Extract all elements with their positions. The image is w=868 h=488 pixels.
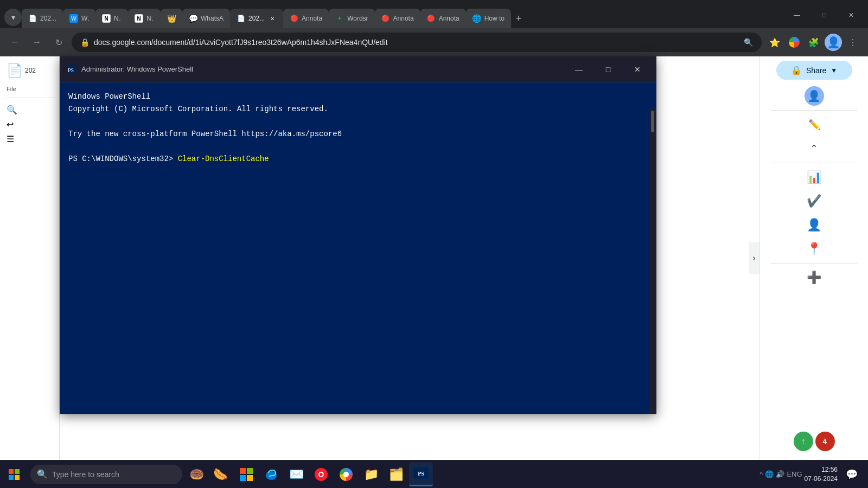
contacts-icon[interactable]: 👤 (805, 215, 824, 235)
add-addon-button[interactable]: ➕ (805, 268, 824, 287)
tab-docs[interactable]: 📄 202... (22, 9, 63, 28)
file-menu[interactable]: File (4, 85, 55, 93)
tab-wordstream-title: Wordsr (347, 15, 368, 22)
sidebar-divider-3 (771, 263, 857, 264)
tab-howto[interactable]: 🌐 How to (466, 9, 511, 28)
docs-active-favicon: 📄 (237, 14, 245, 23)
minimize-button[interactable]: — (784, 7, 809, 24)
notification-button[interactable]: 💬 (840, 463, 864, 486)
chevron-up-button[interactable]: ⌃ (805, 139, 824, 158)
tab-notion1[interactable]: N Notion (95, 9, 128, 28)
file-manager-icon[interactable]: 🗂️ (384, 463, 408, 486)
chrome-multicolor-icon[interactable] (786, 34, 803, 51)
file-explorer-icon[interactable]: 📁 (359, 463, 383, 486)
doc-title-short: 202 (25, 67, 36, 74)
tabs-container: 📄 202... W Wix N Notion N Notion 👑 (22, 9, 784, 28)
language-indicator[interactable]: ENG (787, 470, 802, 478)
tab-docs-title: 202... (40, 15, 56, 22)
network-icon[interactable]: 🌐 (765, 470, 774, 478)
mail-taskbar-icon[interactable]: ✉️ (284, 463, 308, 486)
share-dropdown-icon: ▼ (831, 67, 837, 74)
tab-notion1-title: Notion (114, 15, 122, 22)
ps-close-button[interactable]: ✕ (625, 61, 650, 78)
tab-bar: ▾ 📄 202... W Wix N Notion N Notion (0, 0, 868, 28)
volume-icon[interactable]: 🔊 (776, 470, 784, 478)
start-button[interactable] (0, 460, 28, 489)
powershell-icon: PS (66, 64, 77, 75)
tab-notion2-title: Notion (146, 15, 154, 22)
address-bar: ← → ↻ 🔒 docs.google.com/document/d/1iAzv… (0, 28, 868, 56)
system-clock[interactable]: 12:56 07-06-2024 (805, 465, 838, 484)
opera-logo: O (315, 468, 328, 481)
close-button[interactable]: ✕ (839, 7, 864, 24)
taskbar: 🔍 Type here to search 🍩 🌭 (0, 460, 868, 488)
annotation-count-button[interactable]: 4 (815, 432, 835, 451)
ps-scrollbar[interactable] (649, 108, 656, 414)
chrome-taskbar-icon[interactable] (334, 463, 358, 486)
list-button[interactable]: ☰ (4, 132, 55, 146)
svg-rect-6 (240, 468, 246, 474)
undo-button[interactable]: ↩ (4, 117, 55, 132)
tab-wix[interactable]: W Wix (63, 9, 95, 28)
tab-docs-active-title: 202... (248, 15, 265, 22)
tab-annotate3[interactable]: 🔴 Annota (420, 9, 466, 28)
sys-tray-expand[interactable]: ^ (760, 470, 763, 478)
browser-window: ▾ 📄 202... W Wix N Notion N Notion (0, 0, 868, 488)
wix-favicon: W (69, 14, 78, 23)
tab-notion2[interactable]: N Notion (128, 9, 161, 28)
share-button[interactable]: 🔒 Share ▼ (776, 61, 852, 80)
svg-rect-4 (9, 475, 14, 480)
edge-taskbar-icon[interactable] (259, 463, 283, 486)
clock-time: 12:56 (805, 465, 838, 474)
back-button[interactable]: ← (7, 34, 24, 51)
user-avatar[interactable]: 👤 (805, 86, 824, 106)
tasks-icon[interactable]: ✔️ (805, 191, 824, 211)
tab-whatsapp[interactable]: 💬 WhatsA (182, 9, 230, 28)
donut-taskbar-icon[interactable]: 🍩 (184, 463, 208, 486)
tab-docs-active[interactable]: 📄 202... ✕ (230, 9, 283, 28)
new-tab-button[interactable]: + (511, 11, 526, 26)
annotation-up-button[interactable]: ↑ (794, 432, 813, 451)
tab-crown[interactable]: 👑 (161, 9, 182, 28)
howto-favicon: 🌐 (473, 14, 481, 23)
opera-taskbar-icon[interactable]: O (309, 463, 333, 486)
ps-line-4: Try the new cross-platform PowerShell ht… (68, 129, 648, 140)
taskbar-search-bar[interactable]: 🔍 Type here to search (30, 465, 182, 484)
taskbar-search-placeholder: Type here to search (52, 470, 119, 479)
edit-button[interactable]: ✏️ (805, 115, 824, 134)
ps-minimize-button[interactable]: — (566, 61, 591, 78)
undo-icon: ↩ (7, 119, 14, 130)
extensions-icon[interactable]: 🧩 (805, 34, 822, 51)
tab-annotate2[interactable]: 🔴 Annota (375, 9, 420, 28)
taskbar-apps: ✉️ O 📁 🗂️ PS (232, 463, 435, 486)
tab-close-button[interactable]: ✕ (268, 14, 277, 23)
bookmark-button[interactable]: ⭐ (766, 34, 783, 51)
sausage-taskbar-icon[interactable]: 🌭 (208, 463, 232, 486)
lang-text: ENG (787, 470, 802, 478)
sheets-icon[interactable]: 📊 (805, 168, 824, 187)
ms-store-icon[interactable] (234, 463, 258, 486)
tab-wordstream[interactable]: + Wordsr (329, 9, 374, 28)
powershell-window[interactable]: PS Administrator: Windows PowerShell — □… (60, 56, 656, 414)
profile-avatar[interactable]: 👤 (825, 34, 842, 51)
expand-panel-button[interactable]: › (749, 242, 760, 274)
ps-taskbar-logo: PS (413, 467, 429, 479)
ps-maximize-button[interactable]: □ (596, 61, 621, 78)
tab-annotate1[interactable]: 🔴 Annota (283, 9, 329, 28)
ps-scroll-thumb[interactable] (651, 111, 654, 132)
menu-button[interactable]: ⋮ (844, 34, 861, 51)
powershell-titlebar: PS Administrator: Windows PowerShell — □… (60, 56, 656, 82)
powershell-taskbar-icon[interactable]: PS (409, 463, 433, 486)
maximize-button[interactable]: □ (812, 7, 837, 24)
reload-button[interactable]: ↻ (50, 34, 67, 51)
forward-button[interactable]: → (28, 34, 46, 51)
search-icon: 🔍 (7, 105, 17, 115)
maps-icon[interactable]: 📍 (805, 239, 824, 259)
share-label: Share (806, 66, 826, 75)
annotation-badge-container: ↑ (794, 432, 813, 451)
url-bar[interactable]: 🔒 docs.google.com/document/d/1iAzviCyott… (72, 33, 762, 52)
sidebar-divider-2 (771, 163, 857, 163)
windows-logo-icon (9, 469, 20, 480)
profile-menu-button[interactable]: ▾ (4, 9, 22, 26)
search-button[interactable]: 🔍 (4, 102, 55, 117)
